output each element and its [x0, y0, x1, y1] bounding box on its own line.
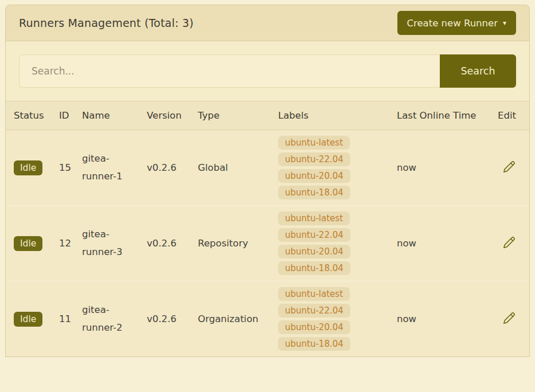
table-header-row: Status ID Name Version Type Labels Last … [6, 101, 529, 130]
runner-label-pill: ubuntu-18.04 [278, 261, 350, 275]
status-badge: Idle [14, 236, 42, 251]
column-header-name: Name [82, 101, 147, 130]
runner-label-pill: ubuntu-20.04 [278, 245, 350, 258]
runner-id: 15 [59, 130, 82, 206]
column-header-edit: Edit [498, 101, 529, 130]
page: Runners Management (Total: 3) Create new… [0, 0, 535, 367]
runner-labels: ubuntu-latestubuntu-22.04ubuntu-20.04ubu… [278, 130, 397, 206]
runner-label-pill: ubuntu-22.04 [278, 304, 350, 317]
create-runner-button[interactable]: Create new Runner ▾ [397, 11, 516, 35]
runner-label-pill: ubuntu-18.04 [278, 337, 350, 351]
column-header-status: Status [6, 101, 59, 130]
runner-name: gitea-runner-1 [82, 130, 147, 206]
runner-version: v0.2.6 [147, 206, 198, 281]
panel-header: Runners Management (Total: 3) Create new… [5, 5, 530, 41]
create-runner-label: Create new Runner [407, 18, 498, 29]
runner-type: Global [198, 130, 278, 206]
runner-id: 11 [59, 281, 82, 357]
runner-labels: ubuntu-latestubuntu-22.04ubuntu-20.04ubu… [278, 206, 397, 281]
edit-runner-button[interactable] [498, 236, 516, 249]
runner-label-pill: ubuntu-22.04 [278, 228, 350, 242]
pencil-icon [503, 160, 516, 173]
last-online-time: now [397, 130, 498, 206]
last-online-time: now [397, 206, 498, 281]
runner-label-pill: ubuntu-22.04 [278, 152, 350, 166]
runner-name: gitea-runner-2 [82, 281, 147, 357]
column-header-type: Type [198, 101, 278, 130]
edit-runner-button[interactable] [498, 160, 516, 173]
runner-type: Repository [198, 206, 278, 281]
search-bar: Search [6, 41, 529, 101]
status-badge: Idle [14, 160, 42, 175]
runner-label-pill: ubuntu-20.04 [278, 320, 350, 334]
caret-down-icon: ▾ [503, 19, 506, 26]
table-row: Idle 15 gitea-runner-1 v0.2.6 Global ubu… [6, 130, 529, 206]
search-input[interactable] [19, 54, 440, 88]
column-header-labels: Labels [278, 101, 397, 130]
table-row: Idle 12 gitea-runner-3 v0.2.6 Repository… [6, 206, 529, 281]
runner-label-pill: ubuntu-latest [278, 136, 350, 150]
runner-version: v0.2.6 [147, 130, 198, 206]
column-header-last-online: Last Online Time [397, 101, 498, 130]
panel-body: Search Status ID Name Version Type Label… [5, 41, 530, 357]
pencil-icon [503, 312, 516, 324]
runners-table: Status ID Name Version Type Labels Last … [6, 101, 529, 356]
runner-label-pill: ubuntu-latest [278, 287, 350, 301]
runner-label-pill: ubuntu-18.04 [278, 186, 350, 199]
runner-label-pill: ubuntu-20.04 [278, 169, 350, 183]
pencil-icon [503, 236, 516, 249]
edit-runner-button[interactable] [498, 312, 516, 324]
page-title: Runners Management (Total: 3) [19, 17, 194, 29]
runner-label-pill: ubuntu-latest [278, 211, 350, 225]
search-button[interactable]: Search [440, 54, 516, 88]
runner-labels: ubuntu-latestubuntu-22.04ubuntu-20.04ubu… [278, 281, 397, 357]
last-online-time: now [397, 281, 498, 357]
runner-name: gitea-runner-3 [82, 206, 147, 281]
status-badge: Idle [14, 312, 42, 327]
runner-id: 12 [59, 206, 82, 281]
column-header-id: ID [59, 101, 82, 130]
runner-type: Organization [198, 281, 278, 357]
column-header-version: Version [147, 101, 198, 130]
table-row: Idle 11 gitea-runner-2 v0.2.6 Organizati… [6, 281, 529, 357]
runner-version: v0.2.6 [147, 281, 198, 357]
